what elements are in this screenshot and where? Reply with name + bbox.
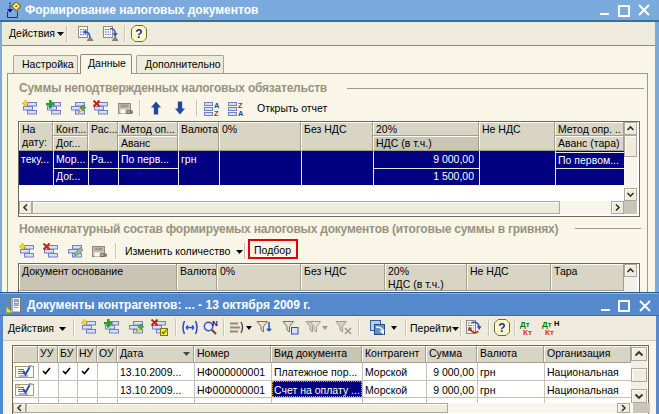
svg-text:?: ?	[498, 321, 505, 335]
svg-text:A: A	[238, 109, 244, 117]
svg-text:Z: Z	[214, 109, 219, 117]
svg-text:ОК: ОК	[126, 109, 133, 115]
svg-text:Н: Н	[554, 319, 559, 328]
svg-text:N: N	[212, 319, 218, 328]
svg-text:ОК: ОК	[100, 252, 107, 258]
svg-text:Кт: Кт	[545, 328, 554, 336]
svg-text:Кт: Кт	[523, 328, 532, 336]
svg-text:?: ?	[135, 27, 142, 41]
